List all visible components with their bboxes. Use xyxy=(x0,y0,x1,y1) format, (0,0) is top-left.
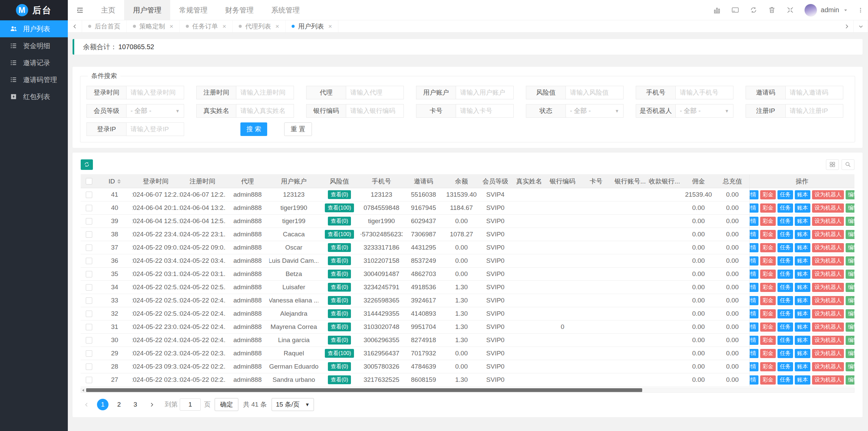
action-bonus-button[interactable]: 彩金 xyxy=(760,362,776,371)
page-button-2[interactable]: 2 xyxy=(113,399,125,410)
action-ledger-button[interactable]: 账本 xyxy=(795,375,810,385)
row-checkbox[interactable] xyxy=(86,350,92,357)
action-edit-button[interactable]: 编辑 xyxy=(846,336,854,345)
refresh-icon[interactable] xyxy=(745,0,763,20)
select-member-level[interactable]: - 全部 -▼ xyxy=(126,104,184,118)
action-detail-button[interactable]: 详情 xyxy=(749,270,758,279)
risk-view-button[interactable]: 查看(100) xyxy=(325,230,354,239)
input-real-name[interactable] xyxy=(236,104,294,118)
pagination-next-icon[interactable] xyxy=(146,399,157,410)
risk-view-button[interactable]: 查看(0) xyxy=(328,309,351,318)
risk-view-button[interactable]: 查看(0) xyxy=(328,362,351,371)
nav-item-user-manage[interactable]: 用户管理 xyxy=(124,0,170,20)
action-bonus-button[interactable]: 彩金 xyxy=(760,203,776,213)
nav-item-home[interactable]: 主页 xyxy=(92,0,124,20)
action-task-button[interactable]: 任务 xyxy=(777,322,793,332)
action-task-button[interactable]: 任务 xyxy=(777,190,793,199)
pagination-prev-icon[interactable] xyxy=(81,399,92,410)
action-set-robot-button[interactable]: 设为机器人 xyxy=(812,270,844,279)
action-detail-button[interactable]: 详情 xyxy=(749,256,758,266)
action-task-button[interactable]: 任务 xyxy=(777,362,793,371)
action-set-robot-button[interactable]: 设为机器人 xyxy=(812,309,844,318)
risk-view-button[interactable]: 查看(0) xyxy=(328,243,351,252)
action-bonus-button[interactable]: 彩金 xyxy=(760,296,776,305)
action-edit-button[interactable]: 编辑 xyxy=(846,243,854,252)
action-edit-button[interactable]: 编辑 xyxy=(846,283,854,292)
risk-view-button[interactable]: 查看(0) xyxy=(328,256,351,265)
sidebar-item-invite-code-manage[interactable]: 邀请码管理 xyxy=(0,71,68,88)
action-set-robot-button[interactable]: 设为机器人 xyxy=(812,283,844,292)
input-login-ip[interactable] xyxy=(126,122,184,136)
select-is-robot[interactable]: - 全部 -▼ xyxy=(676,104,733,118)
action-set-robot-button[interactable]: 设为机器人 xyxy=(812,362,844,371)
action-ledger-button[interactable]: 账本 xyxy=(795,309,810,318)
action-detail-button[interactable]: 详情 xyxy=(749,336,758,345)
input-user-account[interactable] xyxy=(456,86,514,99)
tabs-menu-icon[interactable] xyxy=(854,20,868,32)
row-checkbox[interactable] xyxy=(86,258,92,264)
tabs-scroll-right-icon[interactable] xyxy=(840,20,854,32)
action-ledger-button[interactable]: 账本 xyxy=(795,256,810,266)
action-set-robot-button[interactable]: 设为机器人 xyxy=(812,203,844,213)
input-reg-ip[interactable] xyxy=(786,104,843,118)
tab-task-orders[interactable]: 任务订单× xyxy=(180,20,233,32)
input-risk[interactable] xyxy=(566,86,624,99)
action-edit-button[interactable]: 编辑 xyxy=(846,190,854,199)
columns-filter-icon[interactable] xyxy=(826,159,839,170)
action-ledger-button[interactable]: 账本 xyxy=(795,362,810,371)
action-bonus-button[interactable]: 彩金 xyxy=(760,309,776,318)
action-ledger-button[interactable]: 账本 xyxy=(795,203,810,213)
action-bonus-button[interactable]: 彩金 xyxy=(760,230,776,239)
risk-view-button[interactable]: 查看(0) xyxy=(328,190,351,199)
row-checkbox[interactable] xyxy=(86,244,92,251)
sidebar-item-redpacket-list[interactable]: 红包列表 xyxy=(0,88,68,105)
tab-strategy[interactable]: 策略定制× xyxy=(127,20,180,32)
input-card-no[interactable] xyxy=(456,104,514,118)
action-task-button[interactable]: 任务 xyxy=(777,283,793,292)
input-bank-code[interactable] xyxy=(346,104,404,118)
scrollbar-thumb[interactable] xyxy=(86,388,642,392)
card-icon[interactable] xyxy=(726,0,745,20)
tabs-scroll-left-icon[interactable] xyxy=(68,20,82,32)
action-bonus-button[interactable]: 彩金 xyxy=(760,270,776,279)
sort-icon[interactable] xyxy=(117,179,121,184)
action-edit-button[interactable]: 编辑 xyxy=(846,217,854,226)
action-task-button[interactable]: 任务 xyxy=(777,243,793,252)
action-detail-button[interactable]: 详情 xyxy=(749,322,758,332)
nav-item-finance-manage[interactable]: 财务管理 xyxy=(216,0,262,20)
risk-view-button[interactable]: 查看(100) xyxy=(325,349,354,358)
input-login-time[interactable] xyxy=(126,86,184,99)
row-checkbox[interactable] xyxy=(86,218,92,224)
action-task-button[interactable]: 任务 xyxy=(777,349,793,358)
action-task-button[interactable]: 任务 xyxy=(777,217,793,226)
action-edit-button[interactable]: 编辑 xyxy=(846,349,854,358)
row-checkbox[interactable] xyxy=(86,271,92,277)
row-checkbox[interactable] xyxy=(86,284,92,291)
fullscreen-icon[interactable] xyxy=(781,0,800,20)
action-ledger-button[interactable]: 账本 xyxy=(795,349,810,358)
action-bonus-button[interactable]: 彩金 xyxy=(760,336,776,345)
action-ledger-button[interactable]: 账本 xyxy=(795,230,810,239)
action-task-button[interactable]: 任务 xyxy=(777,256,793,266)
row-checkbox[interactable] xyxy=(86,377,92,383)
goto-page-input[interactable] xyxy=(180,398,201,411)
user-menu[interactable]: admin xyxy=(800,4,853,17)
page-size-select[interactable]: 15 条/页 ▼ xyxy=(272,398,314,411)
page-button-1[interactable]: 1 xyxy=(97,399,108,410)
input-reg-time[interactable] xyxy=(236,86,294,99)
action-edit-button[interactable]: 编辑 xyxy=(846,256,854,266)
nav-item-general-manage[interactable]: 常规管理 xyxy=(170,0,216,20)
action-ledger-button[interactable]: 账本 xyxy=(795,283,810,292)
risk-view-button[interactable]: 查看(100) xyxy=(325,203,354,212)
tab-user-list[interactable]: 用户列表× xyxy=(285,20,338,32)
kebab-menu-icon[interactable] xyxy=(853,0,868,20)
action-set-robot-button[interactable]: 设为机器人 xyxy=(812,349,844,358)
action-set-robot-button[interactable]: 设为机器人 xyxy=(812,322,844,332)
action-edit-button[interactable]: 编辑 xyxy=(846,230,854,239)
table-refresh-button[interactable] xyxy=(81,159,93,170)
action-edit-button[interactable]: 编辑 xyxy=(846,362,854,371)
close-icon[interactable]: × xyxy=(275,23,279,30)
action-bonus-button[interactable]: 彩金 xyxy=(760,243,776,252)
nav-item-system-manage[interactable]: 系统管理 xyxy=(262,0,309,20)
action-bonus-button[interactable]: 彩金 xyxy=(760,283,776,292)
